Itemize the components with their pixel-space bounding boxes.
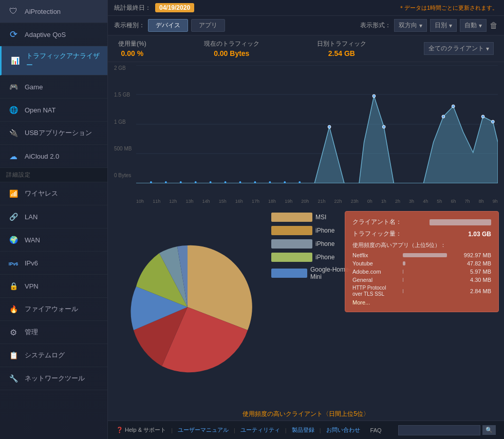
x-label: 10h [136,199,144,204]
current-traffic-label: 現在のトラフィック [204,40,259,48]
x-label: 21h [318,199,325,204]
svg-point-7 [372,94,376,98]
x-label: 13h [185,199,193,204]
tools-icon [6,372,21,385]
svg-point-15 [180,181,182,183]
y-axis-labels: 2 GB 1.5 GB 1 GB 500 MB 0 Bytes [114,65,132,178]
sidebar-item-admin[interactable]: 管理 [0,321,107,344]
device-tab-button[interactable]: デバイス [148,19,188,32]
app-val-http-tls: 2.84 MB [455,288,491,294]
auto-label: 自動 [464,21,477,30]
wan-icon [6,234,21,246]
sidebar-item-tools[interactable]: ネットワークツール [0,367,107,390]
x-label: 7h [465,199,470,204]
app-bar-wrap-netflix [403,253,451,257]
sidebar-item-vpn[interactable]: VPN [0,275,107,298]
x-label: 4h [423,199,428,204]
client-selector[interactable]: 全てのクライアント ▾ [424,42,494,55]
tooltip-traffic-value: 1.03 GB [468,231,491,238]
sidebar-item-wan[interactable]: WAN [0,228,107,252]
x-label: 18h [268,199,276,204]
trash-icon[interactable]: 🗑 [490,21,498,30]
sidebar-item-label: ネットワークツール [25,374,85,383]
footer-sep2: | [285,427,287,433]
app-row-youtube: Youtube 47.82 MB [352,260,491,266]
y-label-500mb: 500 MB [114,146,132,151]
sidebar-item-usb-app[interactable]: USBアプリケーション [0,122,107,145]
legend-color-iphone1 [271,226,312,235]
sidebar-item-adaptive-qos[interactable]: Adaptive QoS [0,23,107,46]
y-label-0: 0 Bytes [114,173,132,178]
wireless-icon [6,187,21,200]
footer-link-manual[interactable]: ユーザーマニュアル [178,426,229,434]
sidebar-item-syslog[interactable]: システムログ [0,344,107,367]
app-row-adobe: Adobe.com 5.97 MB [352,269,491,275]
sidebar-item-label: ファイアウォール [25,304,78,314]
legend-label-iphone2: iPhone [315,240,334,247]
period-select[interactable]: 日別 ▾ [430,19,457,32]
svg-point-13 [150,181,152,183]
tooltip-client-name-key: クライアント名： [352,218,402,226]
usage-value: 0.00 % [118,49,146,58]
footer-link-contact[interactable]: お問い合わせ [326,426,360,434]
chevron-down-icon: ▾ [449,22,452,29]
usb-icon [6,127,21,139]
x-label: 6h [451,199,456,204]
search-icon[interactable]: 🔍 [482,425,496,435]
pie-chart-area [108,206,267,408]
svg-point-22 [284,181,286,183]
x-label: 14h [202,199,210,204]
sidebar-item-ipv6[interactable]: IPv6 [0,252,107,275]
x-axis-labels: 10h 11h 12h 13h 14h 15h 16h 17h 18h 19h … [136,199,498,204]
sidebar-item-lan[interactable]: LAN [0,205,107,228]
daily-traffic-stat: 日別トラフィック 2.54 GB [317,40,366,58]
sidebar-item-aicloud[interactable]: AiCloud 2.0 [0,145,107,168]
svg-point-20 [254,181,256,183]
svg-point-11 [481,115,484,118]
x-label: 19h [285,199,292,204]
display-type-group: 表示種別： デバイス アプリ [114,19,225,32]
svg-point-14 [165,181,167,183]
display-type-label: 表示種別： [114,21,145,30]
x-label: 3h [409,199,414,204]
auto-select[interactable]: 自動 ▾ [460,19,487,32]
sidebar-item-game[interactable]: Game [0,75,107,99]
direction-select[interactable]: 双方向 ▾ [394,19,427,32]
legend-color-iphone2 [271,239,312,249]
direction-label: 双方向 [399,21,417,30]
footer-link-utility[interactable]: ユーティリティ [240,426,280,434]
tooltip-client-name-row: クライアント名： [352,218,491,226]
footer-search-input[interactable] [398,425,480,435]
daily-traffic-label: 日別トラフィック [317,40,366,48]
sidebar-item-label: VPN [25,282,39,290]
app-bar-wrap-adobe [403,270,451,274]
sidebar-item-label: Adaptive QoS [25,31,66,39]
tooltip-traffic-row: トラフィック量： 1.03 GB [352,230,491,238]
legend-label-iphone1: iPhone [315,227,334,234]
legend-color-msi [271,213,312,222]
sidebar-item-traffic-analyzer[interactable]: トラフィックアナライザー [0,46,107,75]
bottom-section: MSI iPhone iPhone iPhone Google-Home-Min… [108,206,504,408]
legend-color-google-home [271,269,307,278]
y-label-1gb: 1 GB [114,119,132,125]
sidebar-item-label: システムログ [25,351,65,360]
x-label: 5h [437,199,442,204]
x-label: 1h [381,199,386,204]
footer-link-register[interactable]: 製品登録 [292,426,314,434]
app-val-adobe: 5.97 MB [455,269,491,275]
more-link[interactable]: More... [352,299,491,306]
qos-icon [6,28,21,41]
app-val-general: 4.30 MB [455,277,491,283]
x-label: 9h [493,199,498,204]
app-tab-button[interactable]: アプリ [191,19,225,32]
sidebar-item-open-nat[interactable]: Open NAT [0,99,107,122]
x-label: 17h [252,199,259,204]
svg-point-17 [210,181,212,183]
chevron-down-icon: ▾ [486,45,489,52]
sidebar-item-firewall[interactable]: ファイアウォール [0,298,107,321]
svg-point-19 [239,181,241,183]
sidebar-item-wireless[interactable]: ワイヤレス [0,182,107,205]
sidebar-item-aiprotection[interactable]: AiProtection [0,0,107,23]
svg-point-21 [269,181,271,183]
sidebar-item-label: ワイヤレス [25,189,58,198]
